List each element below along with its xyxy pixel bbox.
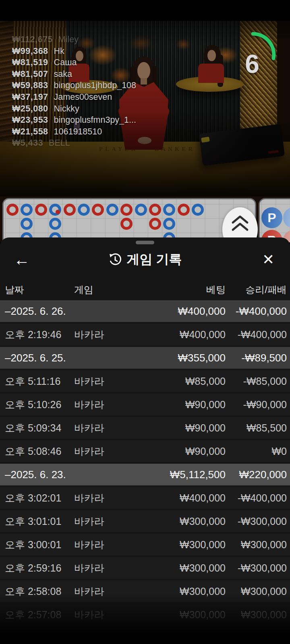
row-winloss: ₩0 bbox=[226, 446, 287, 457]
drag-handle[interactable] bbox=[136, 241, 154, 244]
row-time: 오후 3:02:01 bbox=[5, 491, 74, 505]
row-bet: ₩355,000 bbox=[153, 352, 226, 364]
row-winloss: -₩400,000 bbox=[226, 329, 287, 341]
banker-result-circle bbox=[6, 204, 19, 216]
row-bet: ₩300,000 bbox=[153, 539, 226, 551]
live-video[interactable]: PLAYER BANKER ₩112,675Miley₩99,368Hk₩81,… bbox=[0, 21, 290, 196]
row-winloss: -₩90,000 bbox=[226, 399, 287, 411]
row-winloss: ₩300,000 bbox=[226, 609, 287, 621]
history-game-row[interactable]: 오후 2:58:08바카라₩300,000₩300,000 bbox=[0, 580, 290, 602]
winners-leaderboard: ₩112,675Miley₩99,368Hk₩81,519Саша₩81,507… bbox=[12, 34, 136, 149]
player-result-circle bbox=[106, 204, 118, 216]
row-winloss: -₩400,000 bbox=[226, 492, 287, 504]
sheet-header: ← 게임 기록 ✕ bbox=[0, 248, 290, 271]
row-winloss: ₩300,000 bbox=[226, 539, 287, 551]
banker-result-circle bbox=[149, 204, 161, 216]
history-game-row[interactable]: 오후 3:01:01바카라₩300,000-₩300,000 bbox=[0, 510, 290, 532]
row-game: 바카라 bbox=[74, 491, 153, 505]
leaderboard-entry: ₩81,519Саша bbox=[12, 57, 136, 68]
leaderboard-entry: ₩112,675Miley bbox=[12, 34, 136, 45]
history-date-group-row[interactable]: –2025. 6. 26.₩400,000-₩400,000 bbox=[0, 300, 290, 322]
timer-count: 6 bbox=[240, 49, 264, 79]
row-bet: ₩90,000 bbox=[153, 422, 226, 434]
row-game: 바카라 bbox=[74, 608, 153, 621]
player-result-circle bbox=[135, 204, 147, 216]
history-game-row[interactable]: 오후 5:10:26바카라₩90,000-₩90,000 bbox=[0, 394, 290, 415]
group-date: –2025. 6. 25. bbox=[5, 352, 74, 364]
row-game: 바카라 bbox=[74, 515, 153, 528]
row-winloss: ₩300,000 bbox=[226, 586, 287, 597]
leaderboard-entry: ₩37,197James00seven bbox=[12, 91, 136, 103]
row-game: 바카라 bbox=[74, 561, 153, 575]
history-game-row[interactable]: 오후 5:11:16바카라₩85,000-₩85,000 bbox=[0, 370, 290, 392]
row-game: 바카라 bbox=[74, 585, 153, 598]
scoreboard-area: P B bbox=[0, 196, 290, 242]
history-game-row[interactable]: 오후 2:19:46바카라₩400,000-₩400,000 bbox=[0, 324, 290, 345]
history-date-group-row[interactable]: –2025. 6. 23.₩5,112,500₩220,000 bbox=[0, 464, 290, 485]
leaderboard-entry: ₩81,507saka bbox=[12, 68, 136, 80]
column-winloss: 승리/패배 bbox=[226, 283, 287, 296]
row-bet: ₩90,000 bbox=[153, 446, 226, 457]
history-date-group-row[interactable]: –2025. 6. 25.₩355,000-₩89,500 bbox=[0, 347, 290, 369]
row-game: 바카라 bbox=[74, 445, 153, 458]
row-bet: ₩300,000 bbox=[153, 562, 226, 574]
player-result-circle bbox=[192, 204, 204, 216]
prediction-panel[interactable]: P B bbox=[259, 198, 290, 242]
row-time: 오후 5:09:34 bbox=[5, 421, 74, 435]
banker-result-circle bbox=[35, 204, 47, 216]
row-time: 오후 2:58:08 bbox=[5, 585, 74, 598]
row-time: 오후 5:10:26 bbox=[5, 398, 74, 411]
column-date: 날짜 bbox=[5, 283, 74, 296]
sheet-title-text: 게임 기록 bbox=[127, 251, 182, 268]
player-result-circle bbox=[163, 218, 175, 230]
close-button[interactable]: ✕ bbox=[257, 249, 280, 270]
betting-timer: 6 bbox=[232, 30, 282, 90]
history-game-row[interactable]: 오후 3:00:01바카라₩300,000₩300,000 bbox=[0, 534, 290, 555]
row-bet: ₩300,000 bbox=[153, 586, 226, 597]
row-winloss: ₩85,500 bbox=[226, 422, 287, 434]
row-game: 바카라 bbox=[74, 421, 153, 435]
history-game-row[interactable]: 오후 5:09:34바카라₩90,000₩85,500 bbox=[0, 417, 290, 439]
big-road-panel[interactable] bbox=[2, 198, 256, 242]
table-column-headers: 날짜 게임 베팅 승리/패배 bbox=[0, 281, 290, 299]
history-game-row[interactable]: 오후 2:59:16바카라₩300,000-₩300,000 bbox=[0, 557, 290, 579]
row-time: 오후 2:57:08 bbox=[5, 608, 74, 621]
game-history-sheet: ← 게임 기록 ✕ 날짜 게임 베팅 승리/패배 –2025. 6. bbox=[0, 237, 290, 644]
row-winloss: -₩89,500 bbox=[226, 352, 287, 364]
history-game-row[interactable]: 오후 3:02:01바카라₩400,000-₩400,000 bbox=[0, 487, 290, 509]
player-result-circle bbox=[21, 218, 33, 230]
banker-result-circle bbox=[149, 218, 161, 230]
player-prediction-circle[interactable]: P bbox=[261, 207, 282, 228]
player-result-circle bbox=[49, 204, 61, 216]
leaderboard-entry: ₩25,080Nickky bbox=[12, 103, 136, 115]
row-bet: ₩5,112,500 bbox=[153, 469, 226, 481]
player-prediction-circle-alt[interactable] bbox=[283, 207, 290, 228]
collapse-scoreboard-button[interactable] bbox=[222, 207, 258, 242]
history-game-row[interactable]: 오후 2:57:08바카라₩300,000₩300,000 bbox=[0, 604, 290, 625]
row-bet: ₩400,000 bbox=[153, 492, 226, 504]
row-time: 오후 3:00:01 bbox=[5, 538, 74, 551]
row-bet: ₩90,000 bbox=[153, 399, 226, 411]
banker-result-circle bbox=[120, 218, 133, 230]
row-bet: ₩300,000 bbox=[153, 609, 226, 621]
history-game-row[interactable]: 오후 5:08:46바카라₩90,000₩0 bbox=[0, 440, 290, 462]
column-game: 게임 bbox=[74, 283, 153, 296]
row-game: 바카라 bbox=[74, 538, 153, 551]
leaderboard-entry: ₩21,5581061918510 bbox=[12, 126, 136, 138]
row-winloss: -₩300,000 bbox=[226, 562, 287, 574]
row-time: 오후 5:11:16 bbox=[5, 375, 74, 388]
back-button[interactable]: ← bbox=[10, 249, 33, 270]
player-result-circle bbox=[78, 204, 90, 216]
leaderboard-entry: ₩23,953bingoplusfmn3py_1... bbox=[12, 114, 136, 126]
banker-result-circle bbox=[64, 204, 76, 216]
history-rows: –2025. 6. 26.₩400,000-₩400,000오후 2:19:46… bbox=[0, 300, 290, 627]
app-screen: PLAYER BANKER ₩112,675Miley₩99,368Hk₩81,… bbox=[0, 0, 290, 644]
column-bet: 베팅 bbox=[153, 283, 226, 296]
row-time: 오후 5:08:46 bbox=[5, 445, 74, 458]
row-winloss: -₩300,000 bbox=[226, 516, 287, 527]
banker-result-circle bbox=[178, 204, 190, 216]
row-game: 바카라 bbox=[74, 328, 153, 341]
row-time: 오후 2:59:16 bbox=[5, 561, 74, 575]
row-game: 바카라 bbox=[74, 398, 153, 411]
row-bet: ₩300,000 bbox=[153, 516, 226, 527]
